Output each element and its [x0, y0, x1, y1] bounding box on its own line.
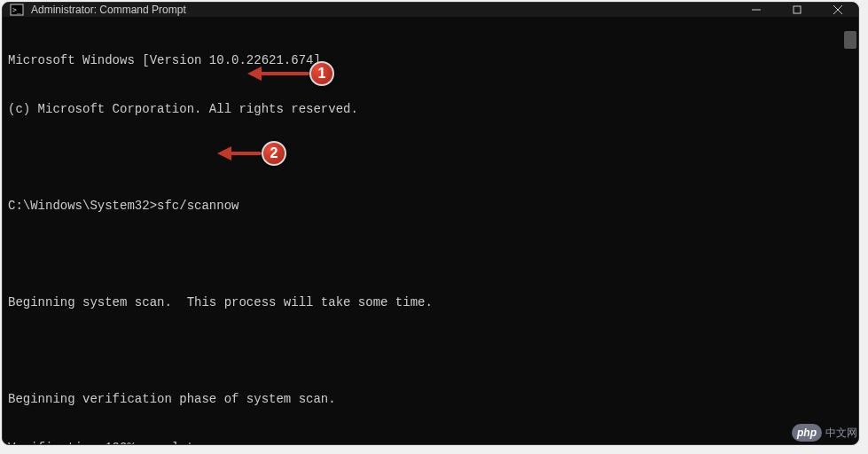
svg-text:>_: >_: [12, 6, 21, 14]
cmd-icon: >_: [10, 3, 24, 17]
output-line: Verification 100% complete.: [8, 440, 853, 445]
close-button[interactable]: [817, 3, 858, 17]
watermark-text: 中文网: [825, 426, 857, 441]
output-line: Beginning verification phase of system s…: [8, 391, 853, 407]
blank-line: [8, 343, 853, 359]
output-line: Microsoft Windows [Version 10.0.22621.67…: [8, 52, 853, 68]
window-controls: [736, 3, 858, 17]
prompt-line: C:\Windows\System32>sfc/scannow: [8, 198, 853, 214]
watermark: php 中文网: [792, 424, 857, 442]
command-prompt-window: >_ Administrator: Command Prompt Microso…: [2, 2, 859, 445]
titlebar[interactable]: >_ Administrator: Command Prompt: [3, 3, 858, 17]
command-text: sfc/scannow: [157, 198, 239, 214]
terminal-content[interactable]: Microsoft Windows [Version 10.0.22621.67…: [3, 17, 858, 445]
blank-line: [8, 150, 853, 166]
watermark-logo: php: [792, 424, 822, 442]
output-line: (c) Microsoft Corporation. All rights re…: [8, 101, 853, 117]
svg-rect-3: [794, 6, 801, 13]
maximize-button[interactable]: [777, 3, 817, 17]
minimize-button[interactable]: [736, 3, 777, 17]
scrollbar-thumb[interactable]: [844, 31, 856, 49]
blank-line: [8, 247, 853, 262]
prompt-path: C:\Windows\System32>: [8, 198, 157, 214]
output-line: Beginning system scan. This process will…: [8, 294, 853, 310]
window-title: Administrator: Command Prompt: [31, 4, 736, 16]
